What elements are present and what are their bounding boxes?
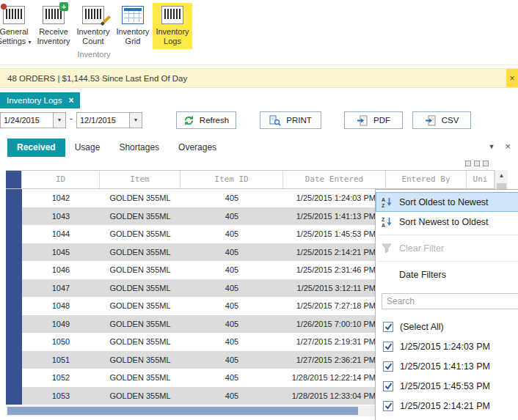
filter-value-item[interactable]: 1/25/2015 2:14:21 PM <box>376 396 518 416</box>
row-indicator[interactable] <box>6 387 22 405</box>
cell-date-entered: 1/25/2015 2:14:21 PM <box>283 243 386 262</box>
column-header-id[interactable]: ID <box>22 171 100 188</box>
row-indicator[interactable] <box>6 189 22 207</box>
document-tab-inventory-logs[interactable]: Inventory Logs × <box>0 92 80 108</box>
ribbon-button-general-settings[interactable]: General Settings ▾ <box>0 3 34 49</box>
filter-value-item[interactable]: 1/25/2015 1:41:13 PM <box>376 356 518 376</box>
cell-date-entered: 1/25/2015 2:31:46 PM <box>283 261 386 279</box>
cell-item: GOLDEN 355ML <box>100 315 180 334</box>
cell-id: 1042 <box>22 189 100 207</box>
row-indicator[interactable] <box>6 297 22 315</box>
tab-usage[interactable]: Usage <box>65 139 110 157</box>
notification-close-button[interactable]: × <box>506 69 518 87</box>
grid-header: IDItemItem IDDate EnteredEntered ByUni <box>6 170 495 189</box>
filter-value-item[interactable]: (Select All) <box>376 317 518 336</box>
cell-item: GOLDEN 355ML <box>100 297 180 315</box>
clear-filter-icon <box>380 243 393 253</box>
csv-export-button[interactable]: CSV <box>412 111 471 129</box>
row-indicator[interactable] <box>6 333 22 351</box>
subtab-bar: ReceivedUsageShortagesOverages ▼ × <box>0 139 518 157</box>
menu-item-sort-oldest-to-newest[interactable]: AZSort Oldest to Newest <box>376 192 518 212</box>
tab-close-icon[interactable]: × <box>68 95 73 106</box>
ribbon-button-inventory-grid[interactable]: Inventory Grid <box>113 3 153 49</box>
filter-value-label: 1/25/2015 1:41:13 PM <box>400 361 490 372</box>
chevron-down-icon[interactable]: ▾ <box>129 113 142 128</box>
row-indicator[interactable] <box>6 369 22 387</box>
tab-shortages[interactable]: Shortages <box>109 139 169 157</box>
cell-item-id: 405 <box>180 207 283 226</box>
tab-overages[interactable]: Overages <box>169 139 226 157</box>
filter-value-item[interactable]: 1/25/2015 2:31:46 PM <box>376 416 518 420</box>
row-indicator[interactable] <box>6 351 22 369</box>
grid-option-icon[interactable] <box>483 161 489 166</box>
row-indicator[interactable] <box>6 315 22 334</box>
receive-inventory-icon <box>43 6 65 24</box>
column-header-entered-by[interactable]: Entered By <box>386 171 467 188</box>
cell-date-entered: 1/28/2015 12:22:14 PM <box>283 369 386 387</box>
date-range-separator: - <box>70 114 73 124</box>
checkbox-icon[interactable] <box>383 361 393 372</box>
column-header-item-id[interactable]: Item ID <box>180 171 283 188</box>
grid-option-icon[interactable] <box>465 161 471 166</box>
chevron-down-icon[interactable]: ▼ <box>488 143 495 150</box>
cell-date-entered: 1/25/2015 7:27:18 PM <box>283 297 386 315</box>
cell-id: 1044 <box>22 225 100 243</box>
column-header-date-entered[interactable]: Date Entered <box>283 171 386 188</box>
general-settings-icon <box>3 6 25 24</box>
date-from-input[interactable] <box>1 113 53 128</box>
checkbox-icon[interactable] <box>383 342 393 352</box>
cell-item-id: 405 <box>180 279 283 298</box>
row-indicator[interactable] <box>6 243 22 262</box>
cell-item: GOLDEN 355ML <box>100 189 180 207</box>
close-icon[interactable]: × <box>505 143 511 150</box>
csv-button-label: CSV <box>442 116 459 125</box>
filter-value-item[interactable]: 1/25/2015 1:24:03 PM <box>376 336 518 356</box>
checkbox-icon[interactable] <box>383 322 393 332</box>
row-indicator[interactable] <box>6 207 22 226</box>
cell-id: 1051 <box>22 351 100 369</box>
date-to-input[interactable] <box>77 113 129 128</box>
column-header-item[interactable]: Item <box>100 171 180 188</box>
menu-item-date-filters[interactable]: Date Filters <box>376 265 518 284</box>
filter-value-item[interactable]: 1/25/2015 1:45:53 PM <box>376 376 518 396</box>
cell-date-entered: 1/27/2015 2:36:21 PM <box>283 351 386 369</box>
ribbon-button-label: Inventory Grid <box>113 27 153 46</box>
print-preview-icon <box>269 115 281 126</box>
refresh-button-label: Refresh <box>200 116 229 125</box>
cell-item-id: 405 <box>180 261 283 279</box>
cell-id: 1043 <box>22 207 100 226</box>
chevron-down-icon[interactable]: ▾ <box>53 113 65 128</box>
filter-value-label: 1/25/2015 2:14:21 PM <box>400 401 490 411</box>
ribbon-button-inventory-count[interactable]: Inventory Count <box>73 3 113 49</box>
ribbon-button-label: Inventory Count <box>73 27 113 46</box>
cell-date-entered: 1/25/2015 1:45:53 PM <box>283 225 386 243</box>
menu-item-sort-newest-to-oldest[interactable]: ZASort Newest to Oldest <box>376 212 518 232</box>
ribbon-button-receive-inventory[interactable]: Receive Inventory <box>34 3 73 49</box>
cell-item-id: 405 <box>180 369 283 387</box>
ribbon-button-inventory-logs[interactable]: Inventory Logs <box>153 3 192 49</box>
search-input[interactable] <box>382 293 518 309</box>
date-to-picker: ▾ <box>76 112 142 128</box>
cell-id: 1053 <box>22 387 100 405</box>
menu-separator <box>379 235 518 235</box>
tab-received[interactable]: Received <box>7 139 65 157</box>
cell-id: 1050 <box>22 333 100 351</box>
horizontal-scroll-thumb[interactable] <box>7 407 358 415</box>
row-indicator[interactable] <box>6 279 22 298</box>
grid-option-icon[interactable] <box>474 161 480 166</box>
pdf-button-label: PDF <box>373 116 390 125</box>
refresh-button[interactable]: Refresh <box>176 111 236 129</box>
print-button[interactable]: PRINT <box>260 111 321 129</box>
cell-date-entered: 1/25/2015 1:24:03 PM <box>283 189 386 207</box>
checkbox-icon[interactable] <box>383 401 393 411</box>
column-header-uni[interactable]: Uni <box>467 171 495 188</box>
svg-text:A: A <box>382 197 385 202</box>
cell-item: GOLDEN 355ML <box>100 351 180 369</box>
cell-item-id: 405 <box>180 333 283 351</box>
pdf-export-button[interactable]: PDF <box>344 111 403 129</box>
row-indicator[interactable] <box>6 261 22 279</box>
date-filter-menu: AZSort Oldest to NewestZASort Newest to … <box>375 189 518 420</box>
checkbox-icon[interactable] <box>383 381 393 391</box>
scroll-up-icon[interactable]: ▲ <box>495 170 508 182</box>
row-indicator[interactable] <box>6 225 22 243</box>
